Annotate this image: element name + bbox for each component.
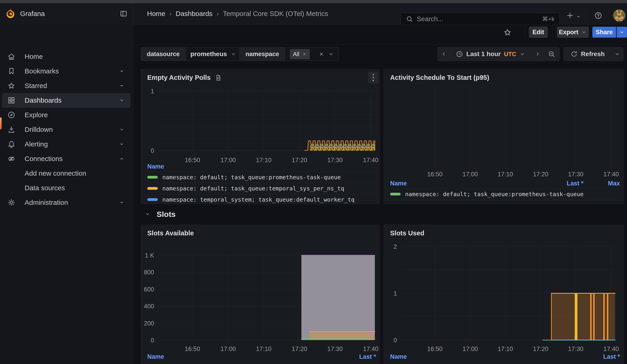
legend-row[interactable]: namespace: temporal_system; task_queue:d… [147,194,376,204]
toolbar-divider [524,27,525,38]
namespace-filter-chip[interactable]: All [290,49,310,59]
svg-text:17:40: 17:40 [603,171,619,178]
svg-text:17:10: 17:10 [498,171,513,178]
namespace-filter[interactable]: namespace All [239,47,339,61]
home-icon [7,52,15,61]
legend-column-last[interactable]: Last * [547,180,583,187]
sidebar-item-data-sources[interactable]: Data sources [2,181,130,195]
header-divider [586,10,586,20]
gear-icon [7,199,15,207]
sidebar-toggle-icon[interactable] [119,9,128,18]
sidebar-item-administration[interactable]: Administration [2,195,130,210]
refresh-label: Refresh [581,51,605,58]
sidebar-item-alerting[interactable]: Alerting [2,137,130,152]
clear-filter-icon[interactable] [318,51,324,57]
clock-icon [456,51,463,58]
panel-legend: Namenamespace: default; task_queue:prome… [147,161,376,204]
svg-text:0: 0 [151,337,154,344]
time-back-button[interactable] [438,47,450,61]
grafana-logo [5,8,16,19]
series-swatch [147,176,158,179]
legend-row[interactable]: namespace: default; task_queue:prometheu… [147,171,376,183]
panel-slots-used: Slots Used 16:5017:0017:1017:2017:3017:4… [383,225,624,364]
legend-column-last[interactable]: Last * [339,353,376,360]
legend-column-name[interactable]: Name [147,163,376,170]
legend-row[interactable]: namespace: default; task_queue:prometheu… [390,362,620,364]
datasource-filter[interactable]: datasource prometheus [141,47,241,61]
legend-header: Name [147,161,376,171]
add-new-chevron-icon[interactable] [575,14,581,20]
add-new-button[interactable] [566,11,574,20]
connections-icon [7,155,15,163]
chevron-down-icon [119,141,125,147]
legend-row[interactable]: namespace: default; task_queue:temporal_… [147,183,376,194]
sidebar-item-bookmarks[interactable]: Bookmarks [2,64,130,78]
search-icon [406,15,413,23]
breadcrumb-separator: › [217,10,219,17]
svg-text:17:30: 17:30 [327,346,343,352]
legend-column-name[interactable]: Name [390,353,583,360]
search-input[interactable]: Search... ⌘+k [401,13,560,25]
legend-row[interactable]: namespace: default; task_queue:prometheu… [147,362,376,364]
svg-text:16:50: 16:50 [427,346,443,352]
help-icon[interactable] [594,11,602,20]
legend-header: NameLast *Max [390,178,620,188]
svg-text:800: 800 [144,269,154,276]
series-swatch [147,198,158,201]
time-forward-button[interactable] [531,47,544,61]
svg-text:200: 200 [144,320,154,327]
sidebar-item-explore[interactable]: Explore [2,108,130,122]
svg-text:2: 2 [394,243,397,250]
panel-legend: NameLast *namespace: default; task_queue… [390,352,620,364]
edit-button[interactable]: Edit [529,27,548,38]
svg-text:17:00: 17:00 [220,346,236,352]
breadcrumb: Home › Dashboards › Temporal Core SDK (O… [147,3,328,24]
svg-text:400: 400 [144,303,154,310]
legend-column-max[interactable]: Max [583,180,620,187]
breadcrumb-dashboards[interactable]: Dashboards [176,10,212,18]
refresh-button[interactable]: Refresh [564,47,612,61]
avatar[interactable] [613,9,626,22]
series-name: namespace: default; task_queue:temporal_… [162,185,344,192]
svg-text:16:50: 16:50 [427,171,443,178]
chevron-down-icon [614,51,620,57]
section-slots[interactable]: Slots [144,207,176,221]
zoom-out-button[interactable] [544,47,560,61]
drilldown-icon [7,125,15,134]
series-swatch [147,187,158,190]
favorite-star-icon[interactable] [503,28,512,37]
sidebar-item-dashboards[interactable]: Dashboards [2,93,130,108]
legend-row[interactable]: namespace: default; task_queue:prometheu… [390,188,620,200]
svg-text:17:00: 17:00 [463,346,478,352]
chevron-down-icon [328,51,334,57]
export-button[interactable]: Export [557,27,589,38]
share-dropdown-button[interactable] [617,27,627,38]
svg-text:17:30: 17:30 [568,346,583,352]
sidebar-item-add-new-connection[interactable]: Add new connection [2,166,130,181]
sidebar-item-home[interactable]: Home [2,49,130,64]
sidebar-item-starred[interactable]: Starred [2,78,130,93]
svg-text:17:30: 17:30 [568,171,583,178]
slots-available-chart: 16:5017:0017:1017:2017:3017:400200400600… [141,225,380,364]
zoom-out-icon [548,50,555,58]
legend-column-name[interactable]: Name [147,353,339,360]
sidebar-item-drilldown[interactable]: Drilldown [2,122,130,137]
legend-column-last[interactable]: Last * [583,353,620,360]
legend-column-name[interactable]: Name [390,180,547,187]
time-range-label: Last 1 hour [466,51,501,58]
share-button[interactable]: Share [592,27,616,38]
panel-legend: NameLast *Maxnamespace: default; task_qu… [390,178,620,200]
dashboards-grid-icon [7,96,15,104]
chevron-down-icon [119,126,125,133]
svg-text:1 K: 1 K [145,252,154,259]
bookmark-icon [7,67,15,75]
compass-icon [7,111,15,119]
refresh-interval-dropdown[interactable] [611,47,623,61]
breadcrumb-home[interactable]: Home [147,10,165,18]
time-range-picker[interactable]: Last 1 hour UTC [450,47,531,61]
sidebar-item-connections[interactable]: Connections [2,152,130,166]
series-name: namespace: default; task_queue:prometheu… [405,191,584,198]
slots-used-chart: 16:5017:0017:1017:2017:3017:40012 [384,225,624,364]
svg-text:17:10: 17:10 [256,346,271,352]
section-collapse-icon[interactable] [144,211,151,217]
